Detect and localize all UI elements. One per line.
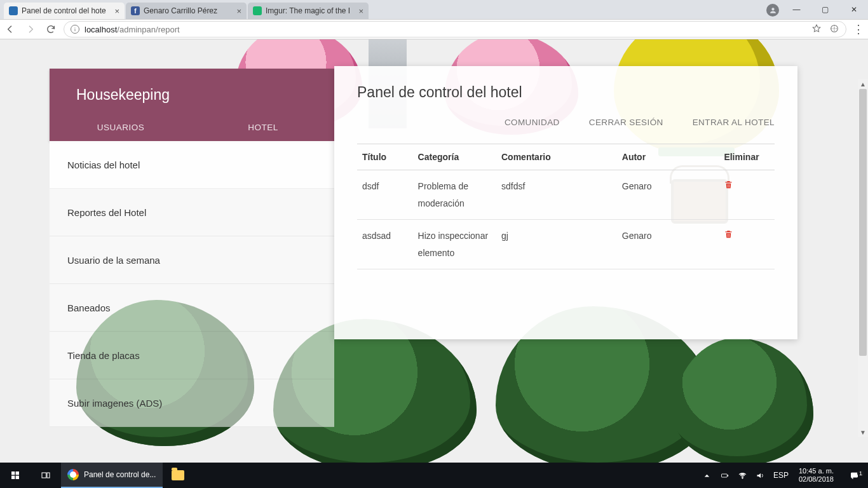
sidebar-item-reportes[interactable]: Reportes del Hotel — [50, 189, 334, 236]
cell-autor: Genaro — [617, 170, 719, 220]
facebook-icon: f — [131, 6, 140, 15]
volume-icon[interactable] — [752, 471, 770, 480]
tab-hotel[interactable]: HOTEL — [192, 113, 334, 141]
sidebar-tabs: USUARIOS HOTEL — [50, 113, 334, 141]
svg-rect-2 — [16, 471, 19, 475]
tab-title: Genaro Carrillo Pérez — [144, 6, 234, 15]
sidebar-item-subir-imagenes[interactable]: Subir imagenes (ADS) — [50, 379, 334, 427]
th-autor: Autor — [617, 144, 719, 170]
cell-categoria: Problema de moderación — [413, 170, 496, 220]
system-tray: ESP 10:45 a. m. 02/08/2018 1 — [698, 463, 868, 488]
browser-tab[interactable]: Imgur: The magic of the I × — [248, 3, 369, 19]
clock-time: 10:45 a. m. — [799, 467, 834, 475]
svg-rect-5 — [42, 473, 46, 478]
reload-button[interactable] — [41, 19, 61, 39]
close-icon[interactable]: × — [358, 6, 363, 16]
nav-entrar-hotel[interactable]: ENTRAR AL HOTEL — [693, 118, 775, 127]
tab-title: Imgur: The magic of the I — [266, 6, 356, 15]
action-center-button[interactable]: 1 — [840, 471, 868, 480]
svg-rect-4 — [16, 476, 19, 479]
table-row: asdsad Hizo inspeccionar elemento gj Gen… — [357, 220, 775, 269]
scroll-thumb[interactable] — [859, 89, 867, 356]
forward-button[interactable] — [20, 19, 41, 39]
th-comentario: Comentario — [496, 144, 617, 170]
close-window-button[interactable]: ✕ — [839, 0, 868, 19]
taskbar-app-title: Panel de control de... — [84, 470, 156, 479]
nav-cerrar-sesion[interactable]: CERRAR SESIÓN — [589, 118, 663, 127]
chrome-icon — [67, 469, 79, 480]
sidebar-item-usuario-semana[interactable]: Usuario de la semana — [50, 236, 334, 284]
trash-icon[interactable] — [724, 181, 733, 191]
url-path: /adminpan/report — [117, 25, 179, 34]
sidebar-header: Housekeeping USUARIOS HOTEL — [50, 69, 334, 141]
th-titulo: Título — [357, 144, 413, 170]
svg-rect-6 — [47, 473, 50, 478]
svg-rect-3 — [11, 476, 15, 479]
taskbar: Panel de control de... ESP 10:45 a. m. 0… — [0, 463, 868, 488]
browser-menu-button[interactable]: ⋮ — [849, 22, 868, 36]
svg-point-9 — [742, 477, 743, 478]
star-icon[interactable] — [811, 24, 822, 36]
maximize-button[interactable]: ▢ — [811, 0, 839, 19]
window-controls: — ▢ ✕ — [782, 0, 868, 19]
scroll-down-icon[interactable]: ▼ — [858, 427, 868, 437]
sidebar-item-baneados[interactable]: Baneados — [50, 284, 334, 332]
scroll-up-icon[interactable]: ▲ — [858, 79, 868, 89]
panel-nav: COMUNIDAD CERRAR SESIÓN ENTRAR AL HOTEL — [357, 118, 775, 127]
sidebar-title: Housekeeping — [50, 69, 334, 113]
back-button[interactable] — [0, 19, 20, 39]
reports-table: Título Categoría Comentario Autor Elimin… — [357, 144, 775, 269]
svg-rect-7 — [722, 474, 728, 477]
tab-title: Panel de control del hote — [22, 6, 112, 15]
table-row: dsdf Problema de moderación sdfdsf Genar… — [357, 170, 775, 220]
url-host: localhost — [85, 25, 117, 34]
wifi-icon[interactable] — [734, 471, 752, 480]
tray-overflow-icon[interactable] — [698, 471, 716, 480]
info-icon[interactable]: i — [71, 25, 79, 34]
profile-icon[interactable] — [766, 4, 779, 17]
sidebar-item-noticias[interactable]: Noticias del hotel — [50, 141, 334, 189]
close-icon[interactable]: × — [236, 6, 241, 16]
close-icon[interactable]: × — [114, 6, 119, 16]
cell-categoria: Hizo inspeccionar elemento — [413, 220, 496, 269]
browser-tab[interactable]: f Genaro Carrillo Pérez × — [126, 3, 247, 19]
clock[interactable]: 10:45 a. m. 02/08/2018 — [792, 467, 840, 483]
cell-comentario: gj — [496, 220, 617, 269]
taskbar-app-chrome[interactable]: Panel de control de... — [61, 463, 163, 488]
th-eliminar: Eliminar — [719, 144, 775, 170]
admin-frame: Housekeeping USUARIOS HOTEL Noticias del… — [50, 69, 797, 427]
start-button[interactable] — [0, 463, 31, 488]
main-panel: Panel de control del hotel COMUNIDAD CER… — [334, 66, 797, 339]
tab-row: Panel de control del hote × f Genaro Car… — [0, 0, 868, 19]
tab-usuarios[interactable]: USUARIOS — [50, 113, 192, 141]
browser-tab-active[interactable]: Panel de control del hote × — [4, 3, 125, 19]
task-view-button[interactable] — [31, 463, 61, 488]
sidebar: Noticias del hotel Reportes del Hotel Us… — [50, 141, 334, 427]
page-viewport: Housekeeping USUARIOS HOTEL Noticias del… — [0, 39, 868, 463]
folder-icon — [172, 470, 184, 480]
sidebar-item-tienda-placas[interactable]: Tienda de placas — [50, 332, 334, 379]
cell-comentario: sdfdsf — [496, 170, 617, 220]
nav-comunidad[interactable]: COMUNIDAD — [505, 118, 560, 127]
cell-titulo: dsdf — [357, 170, 413, 220]
address-bar[interactable]: i localhost/adminpan/report — [64, 21, 846, 37]
new-tab-button[interactable] — [372, 5, 389, 19]
minimize-button[interactable]: — — [782, 0, 811, 19]
address-row: i localhost/adminpan/report ⋮ — [0, 19, 868, 39]
svg-rect-10 — [851, 473, 857, 477]
svg-rect-1 — [11, 471, 15, 475]
taskbar-app-explorer[interactable] — [163, 463, 193, 488]
extension-icon[interactable] — [829, 24, 839, 36]
imgur-icon — [253, 6, 262, 15]
trash-icon[interactable] — [724, 231, 733, 241]
page-scrollbar[interactable]: ▲ ▼ — [858, 79, 868, 437]
svg-rect-8 — [728, 475, 728, 477]
browser-chrome: Panel de control del hote × f Genaro Car… — [0, 0, 868, 39]
cube-icon — [9, 6, 18, 15]
cell-titulo: asdsad — [357, 220, 413, 269]
battery-icon[interactable] — [716, 471, 734, 480]
language-indicator[interactable]: ESP — [770, 471, 792, 480]
clock-date: 02/08/2018 — [799, 475, 834, 484]
th-categoria: Categoría — [413, 144, 496, 170]
notification-badge: 1 — [857, 470, 864, 477]
